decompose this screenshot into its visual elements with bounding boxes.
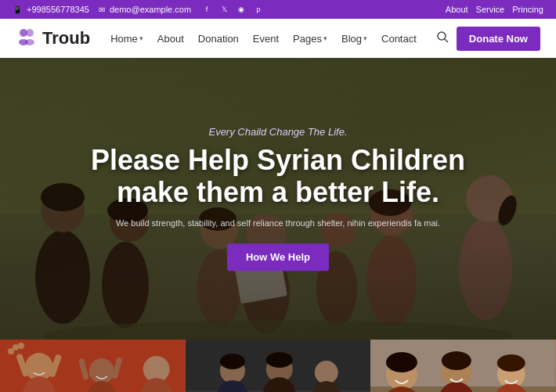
strip-image-2: [186, 340, 371, 392]
pages-chevron: ▾: [323, 34, 327, 42]
nav-right: Donate Now: [437, 27, 540, 51]
top-bar: 📱 +998556778345 ✉ demo@example.com f 𝕏 ◉…: [0, 0, 556, 19]
hero-subtitle: Every Chaild Change The Life.: [56, 126, 500, 138]
email-icon: ✉: [99, 5, 105, 14]
service-toplink[interactable]: Service: [476, 5, 505, 14]
strip-image-3: [370, 340, 556, 392]
top-bar-contact: 📱 +998556778345 ✉ demo@example.com f 𝕏 ◉…: [13, 3, 265, 16]
hero-content: Every Chaild Change The Life. Please Hel…: [56, 126, 500, 271]
facebook-icon[interactable]: f: [200, 3, 213, 16]
svg-rect-70: [370, 340, 556, 392]
nav-blog[interactable]: Blog ▾: [341, 33, 367, 45]
nav-event[interactable]: Event: [253, 33, 279, 45]
svg-rect-57: [186, 340, 371, 392]
hero-title: Please Help Syrian Children make them a …: [56, 144, 500, 209]
hero-description: We build strength, stability, and self r…: [56, 217, 500, 230]
pricing-toplink[interactable]: Princing: [512, 5, 543, 14]
twitter-icon[interactable]: 𝕏: [218, 3, 230, 16]
email-info: ✉ demo@example.com: [99, 5, 191, 14]
phone-number: +998556778345: [27, 5, 89, 14]
phone-icon: 📱: [13, 5, 22, 14]
search-button[interactable]: [437, 31, 449, 45]
nav-about[interactable]: About: [157, 33, 184, 45]
donate-button[interactable]: Donate Now: [457, 27, 540, 51]
nav-pages[interactable]: Pages ▾: [293, 33, 327, 45]
nav-contact[interactable]: Contact: [381, 33, 417, 45]
svg-point-3: [25, 39, 34, 45]
svg-point-1: [26, 29, 34, 37]
svg-line-5: [445, 39, 448, 42]
image-strip: [0, 340, 556, 392]
logo-icon: [16, 25, 38, 52]
social-icons: f 𝕏 ◉ p: [200, 3, 265, 16]
hero-section: Every Chaild Change The Life. Please Hel…: [0, 58, 556, 340]
nav-links: Home ▾ About Donation Event Pages ▾ Blog…: [110, 33, 417, 45]
svg-rect-45: [0, 340, 186, 392]
strip-image-1: [0, 340, 186, 392]
pinterest-icon[interactable]: p: [252, 3, 265, 16]
top-bar-links: About Service Princing: [446, 5, 543, 14]
email-address: demo@example.com: [110, 5, 191, 14]
navbar: Troub Home ▾ About Donation Event Pages …: [0, 19, 556, 58]
home-chevron: ▾: [139, 34, 143, 42]
logo-text: Troub: [42, 28, 90, 49]
about-toplink[interactable]: About: [446, 5, 468, 14]
how-we-help-button[interactable]: How We Help: [227, 244, 329, 272]
phone-info: 📱 +998556778345: [13, 5, 89, 14]
blog-chevron: ▾: [363, 34, 367, 42]
instagram-icon[interactable]: ◉: [235, 3, 247, 16]
svg-point-4: [438, 32, 446, 40]
logo[interactable]: Troub: [16, 25, 90, 52]
nav-home[interactable]: Home ▾: [110, 33, 143, 45]
nav-donation[interactable]: Donation: [198, 33, 239, 45]
